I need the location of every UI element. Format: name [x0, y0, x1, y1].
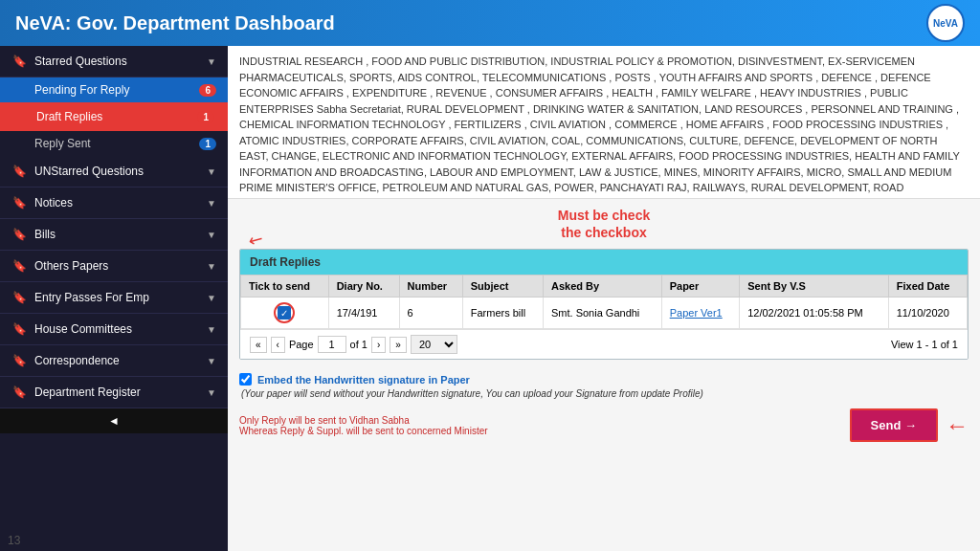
sidebar-label-corr: Correspondence: [34, 354, 120, 367]
send-section: Only Reply will be sent to Vidhan Sabha …: [228, 405, 980, 450]
chevron-icon-7: ▼: [207, 356, 216, 366]
col-fixeddate: Fixed Date: [888, 276, 967, 298]
draft-replies-badge: 1: [197, 111, 214, 123]
bookmark-house-icon: 🔖: [11, 321, 27, 337]
sidebar: 🔖 Starred Questions ▼ Pending For Reply …: [0, 46, 228, 551]
draft-replies-table: Tick to send Diary No. Number Subject As…: [240, 275, 968, 329]
embed-label: Embed the Handwritten signature in Paper: [257, 374, 470, 386]
chevron-icon-5: ▼: [207, 293, 216, 303]
chevron-icon-4: ▼: [207, 261, 216, 272]
page-of-label: of 1: [350, 339, 368, 350]
bookmark-bills-icon: 🔖: [11, 227, 27, 242]
chevron-down-icon: ▼: [207, 56, 216, 67]
prev-page-button[interactable]: ‹: [271, 337, 285, 353]
sidebar-label-entry: Entry Passes For Emp: [34, 291, 149, 304]
page-number: 13: [8, 534, 20, 547]
view-count-label: View 1 - 1 of 1: [891, 339, 958, 350]
fixeddate-cell: 11/10/2020: [888, 298, 967, 329]
col-number: Number: [399, 276, 462, 298]
embed-checkbox-row: Embed the Handwritten signature in Paper: [239, 373, 969, 386]
draft-replies-label: Draft Replies: [36, 110, 102, 123]
chevron-icon-6: ▼: [207, 324, 216, 335]
embed-note: (Your paper will send without your Handw…: [241, 388, 969, 399]
subject-cell: Farmers bill: [462, 298, 543, 329]
last-page-button[interactable]: »: [390, 337, 407, 353]
sidebar-item-unstarred[interactable]: 🔖 UNStarred Questions ▼: [0, 156, 228, 187]
table-row: ✓ 17/4/191 6 Farmers bill Smt. Sonia Gan…: [241, 298, 968, 329]
sidebar-collapse-button[interactable]: ◄: [0, 408, 228, 433]
check-circle: ✓: [274, 302, 295, 323]
header: NeVA: Gov. Department Dashboard NeVA: [0, 0, 980, 46]
sidebar-item-notices[interactable]: 🔖 Notices ▼: [0, 187, 228, 219]
main-content: INDUSTRIAL RESEARCH , FOOD AND PUBLIC DI…: [228, 46, 980, 551]
draft-section: Must be check the checkbox ↙ Draft Repli…: [228, 199, 980, 367]
pending-reply-label: Pending For Reply: [34, 83, 129, 97]
table-header-label: Draft Replies: [250, 255, 321, 269]
reply-sent-label: Reply Sent: [34, 137, 91, 150]
scrolling-text-area: INDUSTRIAL RESEARCH , FOOD AND PUBLIC DI…: [228, 46, 980, 199]
pagination-bar: « ‹ Page of 1 › » 20 50 100: [240, 329, 968, 359]
send-button-wrapper: Send → ←: [850, 408, 969, 442]
send-arrow-annotation: ←: [946, 412, 969, 439]
page-input[interactable]: [318, 336, 346, 353]
chevron-icon-3: ▼: [207, 230, 216, 240]
col-diary: Diary No.: [328, 276, 399, 298]
sidebar-item-pending-reply[interactable]: Pending For Reply 6: [0, 77, 228, 102]
sentby-cell: 12/02/2021 01:05:58 PM: [740, 298, 889, 329]
annotation-line1: Must be check: [558, 208, 650, 223]
checkbox-checked[interactable]: ✓: [278, 306, 291, 320]
bookmark-entry-icon: 🔖: [11, 290, 27, 305]
bookmark-corr-icon: 🔖: [11, 353, 27, 368]
embed-section: Embed the Handwritten signature in Paper…: [228, 367, 980, 405]
reply-sent-badge: 1: [199, 138, 216, 150]
sidebar-item-bills[interactable]: 🔖 Bills ▼: [0, 219, 228, 251]
first-page-button[interactable]: «: [250, 337, 267, 353]
paper-cell[interactable]: Paper Ver1: [661, 298, 740, 329]
chevron-icon-2: ▼: [207, 198, 216, 209]
col-tick: Tick to send: [241, 276, 329, 298]
sidebar-item-reply-sent[interactable]: Reply Sent 1: [0, 131, 228, 156]
sidebar-item-draft-replies[interactable]: Draft Replies 1: [0, 102, 228, 131]
sidebar-item-others[interactable]: 🔖 Others Papers ▼: [0, 251, 228, 282]
tick-cell[interactable]: ✓: [241, 298, 329, 329]
sidebar-label-house: House Committees: [34, 322, 132, 336]
header-title: NeVA: Gov. Department Dashboard: [15, 12, 335, 34]
bookmark-starred-icon: 🔖: [11, 54, 27, 69]
sidebar-label-dept: Department Register: [34, 386, 141, 399]
annotation-line2: the checkbox: [561, 225, 646, 240]
col-paper: Paper: [661, 276, 740, 298]
sidebar-item-dept[interactable]: 🔖 Department Register ▼: [0, 377, 228, 408]
pagination-left: « ‹ Page of 1 › » 20 50 100: [250, 335, 457, 354]
paper-link[interactable]: Paper Ver1: [670, 307, 723, 319]
sidebar-item-entry[interactable]: 🔖 Entry Passes For Emp ▼: [0, 282, 228, 314]
col-subject: Subject: [462, 276, 543, 298]
sidebar-label-unstarred: UNStarred Questions: [34, 165, 144, 178]
scrolling-text: INDUSTRIAL RESEARCH , FOOD AND PUBLIC DI…: [239, 55, 960, 199]
per-page-select[interactable]: 20 50 100: [411, 335, 457, 354]
sidebar-item-correspondence[interactable]: 🔖 Correspondence ▼: [0, 345, 228, 377]
send-info-text: Only Reply will be sent to Vidhan Sabha …: [239, 415, 488, 436]
number-cell: 6: [399, 298, 462, 329]
sidebar-label-bills: Bills: [34, 228, 56, 241]
send-line1: Only Reply will be sent to Vidhan Sabha: [239, 415, 488, 426]
bookmark-others-icon: 🔖: [11, 258, 27, 274]
neva-logo: NeVA: [926, 4, 965, 42]
embed-signature-checkbox[interactable]: [239, 373, 252, 386]
table-header-bar: Draft Replies: [240, 250, 968, 275]
send-line2: Whereas Reply & Suppl. will be sent to c…: [239, 426, 488, 436]
sidebar-label-others: Others Papers: [34, 259, 108, 273]
send-button[interactable]: Send →: [850, 408, 938, 442]
pending-reply-badge: 6: [199, 84, 216, 97]
next-page-button[interactable]: ›: [371, 337, 386, 353]
sidebar-label-notices: Notices: [34, 196, 73, 209]
bookmark-unstarred-icon: 🔖: [11, 164, 27, 179]
bookmark-dept-icon: 🔖: [11, 385, 27, 400]
collapse-icon: ◄: [108, 414, 120, 428]
draft-replies-table-container: Draft Replies Tick to send Diary No. Num…: [239, 249, 969, 360]
sidebar-label-starred: Starred Questions: [34, 55, 127, 68]
col-askedby: Asked By: [543, 276, 661, 298]
annotation-text: Must be check the checkbox: [239, 207, 969, 241]
sidebar-item-starred-questions[interactable]: 🔖 Starred Questions ▼: [0, 46, 228, 77]
sidebar-item-house[interactable]: 🔖 House Committees ▼: [0, 314, 228, 345]
chevron-icon-8: ▼: [207, 387, 216, 398]
